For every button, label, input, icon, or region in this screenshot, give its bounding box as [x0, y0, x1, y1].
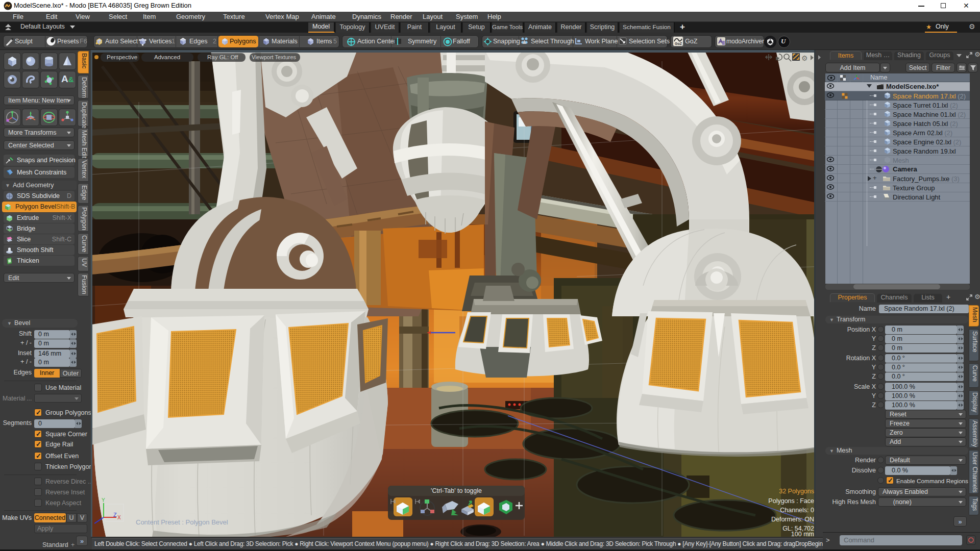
svg-text:X: X	[117, 515, 121, 520]
svg-text:Z: Z	[113, 512, 117, 518]
svg-text:Channels: 0: Channels: 0	[780, 507, 814, 514]
svg-text:⚙: ⚙	[801, 54, 808, 62]
svg-text:Polygons : Face: Polygons : Face	[768, 497, 814, 505]
svg-text:Viewport Textures: Viewport Textures	[252, 54, 297, 60]
svg-text:GoZ: GoZ	[675, 42, 682, 45]
svg-text:Ray GL: Off: Ray GL: Off	[207, 54, 238, 60]
svg-text:Content Preset : Polygon Bevel: Content Preset : Polygon Bevel	[136, 518, 228, 526]
svg-text:100 mm: 100 mm	[791, 531, 814, 538]
svg-text:32 Polygons: 32 Polygons	[779, 488, 814, 495]
svg-text:Deformers: ON: Deformers: ON	[771, 516, 814, 523]
svg-text:Advanced: Advanced	[154, 54, 180, 60]
svg-text:Perspective: Perspective	[107, 54, 137, 60]
svg-text:'Ctrl-Tab' to toggle: 'Ctrl-Tab' to toggle	[431, 487, 482, 494]
svg-text:Y: Y	[102, 497, 105, 503]
